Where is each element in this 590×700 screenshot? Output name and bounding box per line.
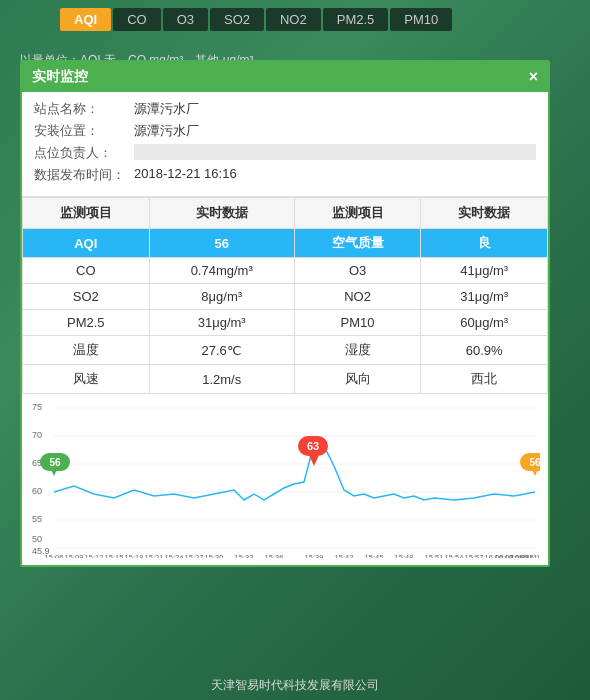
time-label: 数据发布时间： <box>34 166 134 184</box>
location-row: 安装位置： 源潭污水厂 <box>34 122 536 140</box>
contact-value <box>134 144 536 160</box>
end-marker-label: 56 <box>529 457 540 468</box>
svg-text:15:33: 15:33 <box>235 553 254 558</box>
chart-area: 75 70 65 60 55 50 45.9 56 63 <box>22 394 548 565</box>
cell-col2: 27.6℃ <box>149 336 294 365</box>
cell-col4: 31μg/m³ <box>421 284 548 310</box>
station-name-row: 站点名称： 源潭污水厂 <box>34 100 536 118</box>
station-name-value: 源潭污水厂 <box>134 100 536 118</box>
cell-col2: 0.74mg/m³ <box>149 258 294 284</box>
close-button[interactable]: × <box>529 68 538 86</box>
modal-header: 实时监控 × <box>22 62 548 92</box>
svg-text:15:27: 15:27 <box>185 553 204 558</box>
cell-col1: SO2 <box>23 284 150 310</box>
contact-row: 点位负责人： <box>34 144 536 162</box>
table-row: PM2.531μg/m³PM1060μg/m³ <box>23 310 548 336</box>
tab-bar: AQI CO O3 SO2 NO2 PM2.5 PM10 <box>60 8 452 31</box>
svg-text:15:24: 15:24 <box>165 553 184 558</box>
cell-col4: 41μg/m³ <box>421 258 548 284</box>
col-header-3: 监测项目 <box>294 198 421 229</box>
svg-text:15:45: 15:45 <box>365 553 384 558</box>
svg-text:15:06: 15:06 <box>45 553 64 558</box>
cell-col1: CO <box>23 258 150 284</box>
cell-col3: 风向 <box>294 365 421 394</box>
cell-col3: 湿度 <box>294 336 421 365</box>
svg-text:15:36: 15:36 <box>265 553 284 558</box>
tab-co[interactable]: CO <box>113 8 161 31</box>
aqi-chart: 75 70 65 60 55 50 45.9 56 63 <box>30 398 540 558</box>
footer: 天津智易时代科技发展有限公司 <box>0 677 590 694</box>
cell-col3: 空气质量 <box>294 229 421 258</box>
svg-text:15:09: 15:09 <box>65 553 84 558</box>
footer-text: 天津智易时代科技发展有限公司 <box>211 678 379 692</box>
cell-col2: 8μg/m³ <box>149 284 294 310</box>
svg-text:15:39: 15:39 <box>305 553 324 558</box>
contact-label: 点位负责人： <box>34 144 134 162</box>
table-row: SO28μg/m³NO231μg/m³ <box>23 284 548 310</box>
cell-col4: 60.9% <box>421 336 548 365</box>
tab-aqi[interactable]: AQI <box>60 8 111 31</box>
realtime-modal: 实时监控 × 站点名称： 源潭污水厂 安装位置： 源潭污水厂 点位负责人： 数据… <box>20 60 550 567</box>
cell-col4: 良 <box>421 229 548 258</box>
table-row: CO0.74mg/m³O341μg/m³ <box>23 258 548 284</box>
table-header-row: 监测项目 实时数据 监测项目 实时数据 <box>23 198 548 229</box>
table-row: 温度27.6℃湿度60.9% <box>23 336 548 365</box>
location-value: 源潭污水厂 <box>134 122 536 140</box>
cell-col1: AQI <box>23 229 150 258</box>
tab-no2[interactable]: NO2 <box>266 8 321 31</box>
data-table: 监测项目 实时数据 监测项目 实时数据 AQI56空气质量良CO0.74mg/m… <box>22 197 548 394</box>
cell-col2: 1.2m/s <box>149 365 294 394</box>
chart-line <box>54 444 535 500</box>
cell-col1: 风速 <box>23 365 150 394</box>
svg-text:15:42: 15:42 <box>335 553 354 558</box>
col-header-1: 监测项目 <box>23 198 150 229</box>
svg-text:70: 70 <box>32 430 42 440</box>
cell-col4: 西北 <box>421 365 548 394</box>
svg-text:15:57: 15:57 <box>465 553 484 558</box>
cell-col2: 56 <box>149 229 294 258</box>
col-header-2: 实时数据 <box>149 198 294 229</box>
svg-text:15:30: 15:30 <box>205 553 224 558</box>
table-row: 风速1.2m/s风向西北 <box>23 365 548 394</box>
svg-text:50: 50 <box>32 534 42 544</box>
svg-text:15:48: 15:48 <box>395 553 414 558</box>
cell-col3: PM10 <box>294 310 421 336</box>
svg-text:15:54: 15:54 <box>445 553 464 558</box>
svg-text:15:12: 15:12 <box>85 553 104 558</box>
cell-col2: 31μg/m³ <box>149 310 294 336</box>
tab-pm25[interactable]: PM2.5 <box>323 8 389 31</box>
tab-o3[interactable]: O3 <box>163 8 208 31</box>
col-header-4: 实时数据 <box>421 198 548 229</box>
station-info: 站点名称： 源潭污水厂 安装位置： 源潭污水厂 点位负责人： 数据发布时间： 2… <box>22 92 548 197</box>
svg-text:15:15: 15:15 <box>105 553 124 558</box>
tab-pm10[interactable]: PM10 <box>390 8 452 31</box>
table-row: AQI56空气质量良 <box>23 229 548 258</box>
svg-text:60: 60 <box>32 486 42 496</box>
svg-text:75: 75 <box>32 402 42 412</box>
svg-text:15:18: 15:18 <box>125 553 144 558</box>
location-label: 安装位置： <box>34 122 134 140</box>
start-marker-label: 56 <box>49 457 61 468</box>
peak-marker-label: 63 <box>307 440 319 452</box>
svg-text:55: 55 <box>32 514 42 524</box>
svg-text:15:21: 15:21 <box>145 553 164 558</box>
svg-text:16:14: 16:14 <box>526 553 540 558</box>
cell-col3: NO2 <box>294 284 421 310</box>
svg-text:15:51: 15:51 <box>425 553 444 558</box>
time-value: 2018-12-21 16:16 <box>134 166 536 184</box>
station-name-label: 站点名称： <box>34 100 134 118</box>
modal-title: 实时监控 <box>32 68 88 86</box>
cell-col3: O3 <box>294 258 421 284</box>
cell-col1: PM2.5 <box>23 310 150 336</box>
time-row: 数据发布时间： 2018-12-21 16:16 <box>34 166 536 184</box>
tab-so2[interactable]: SO2 <box>210 8 264 31</box>
cell-col1: 温度 <box>23 336 150 365</box>
cell-col4: 60μg/m³ <box>421 310 548 336</box>
